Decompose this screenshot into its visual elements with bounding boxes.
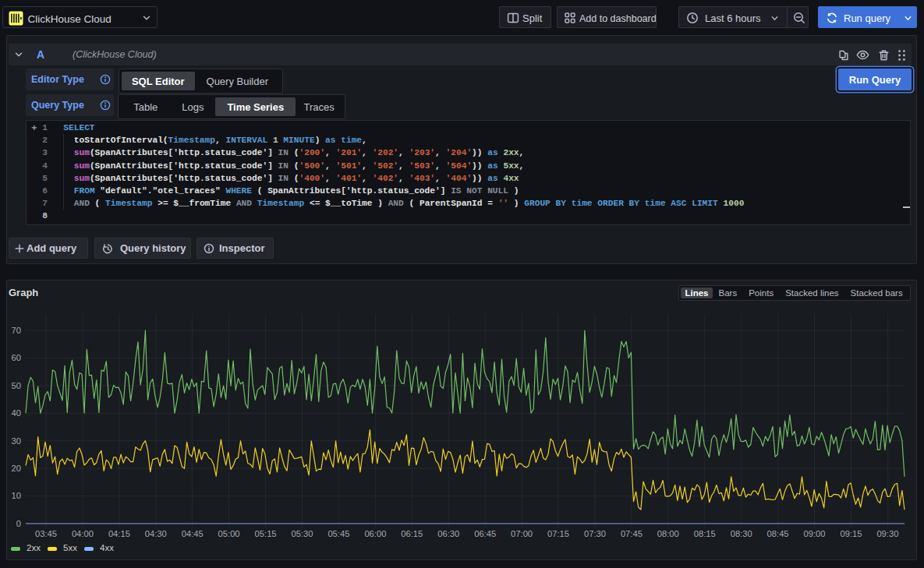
svg-text:07:15: 07:15 xyxy=(547,529,569,538)
svg-text:05:15: 05:15 xyxy=(255,529,277,538)
svg-text:07:45: 07:45 xyxy=(621,529,643,538)
svg-text:04:45: 04:45 xyxy=(182,529,204,538)
svg-text:06:00: 06:00 xyxy=(364,529,386,538)
svg-text:07:00: 07:00 xyxy=(511,529,533,538)
svg-text:04:00: 04:00 xyxy=(72,529,94,538)
svg-text:20: 20 xyxy=(12,464,21,473)
svg-text:06:15: 06:15 xyxy=(401,529,423,538)
svg-text:0: 0 xyxy=(16,519,21,528)
svg-text:04:30: 04:30 xyxy=(145,529,167,538)
svg-text:08:30: 08:30 xyxy=(731,529,752,538)
svg-text:10: 10 xyxy=(12,491,21,500)
svg-text:06:30: 06:30 xyxy=(437,529,459,538)
svg-text:07:30: 07:30 xyxy=(584,529,606,538)
svg-text:06:45: 06:45 xyxy=(474,529,496,538)
svg-text:08:45: 08:45 xyxy=(767,529,789,538)
svg-text:05:30: 05:30 xyxy=(292,529,313,538)
svg-text:08:00: 08:00 xyxy=(657,529,679,538)
svg-text:30: 30 xyxy=(12,436,21,446)
svg-text:05:45: 05:45 xyxy=(327,529,349,538)
svg-text:03:45: 03:45 xyxy=(35,529,57,538)
svg-text:05:00: 05:00 xyxy=(218,529,240,538)
svg-text:08:15: 08:15 xyxy=(694,529,716,538)
svg-text:50: 50 xyxy=(12,381,21,390)
svg-text:09:15: 09:15 xyxy=(841,529,862,538)
svg-text:60: 60 xyxy=(12,353,21,362)
svg-text:70: 70 xyxy=(12,326,21,335)
svg-text:09:30: 09:30 xyxy=(876,529,898,538)
svg-text:04:15: 04:15 xyxy=(108,529,130,538)
svg-text:40: 40 xyxy=(12,408,21,418)
svg-text:09:00: 09:00 xyxy=(804,529,826,538)
